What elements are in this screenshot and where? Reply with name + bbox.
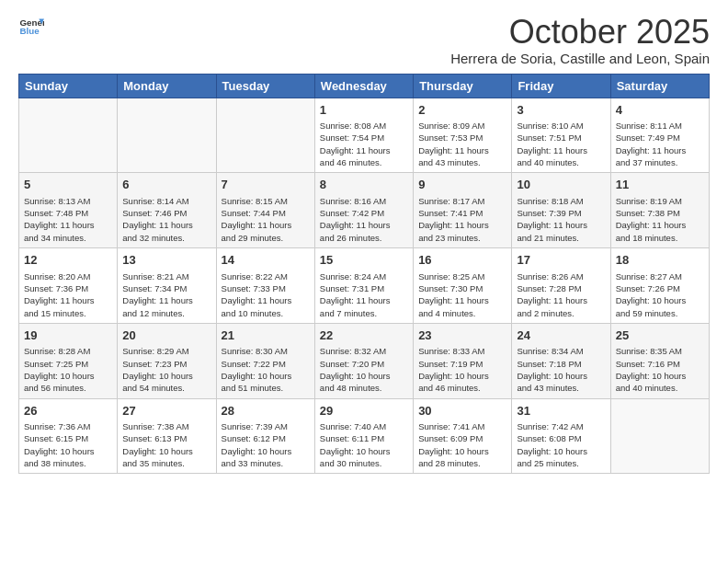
day-number: 30 <box>418 403 506 419</box>
day-info: Sunrise: 8:21 AM Sunset: 7:34 PM Dayligh… <box>122 270 210 319</box>
table-row: 27Sunrise: 7:38 AM Sunset: 6:13 PM Dayli… <box>118 398 216 474</box>
table-row: 2Sunrise: 8:09 AM Sunset: 7:53 PM Daylig… <box>414 98 512 173</box>
day-info: Sunrise: 8:28 AM Sunset: 7:25 PM Dayligh… <box>24 345 112 394</box>
table-row: 15Sunrise: 8:24 AM Sunset: 7:31 PM Dayli… <box>314 248 413 324</box>
day-info: Sunrise: 8:08 AM Sunset: 7:54 PM Dayligh… <box>320 120 408 168</box>
day-info: Sunrise: 8:19 AM Sunset: 7:38 PM Dayligh… <box>616 195 704 244</box>
col-tuesday: Tuesday <box>216 74 314 98</box>
day-number: 16 <box>418 252 506 269</box>
table-row: 18Sunrise: 8:27 AM Sunset: 7:26 PM Dayli… <box>610 248 709 324</box>
day-number: 11 <box>616 177 704 193</box>
col-wednesday: Wednesday <box>314 74 413 98</box>
table-row: 5Sunrise: 8:13 AM Sunset: 7:48 PM Daylig… <box>19 173 118 248</box>
col-thursday: Thursday <box>414 74 512 98</box>
day-info: Sunrise: 7:40 AM Sunset: 6:11 PM Dayligh… <box>320 420 408 469</box>
table-row: 16Sunrise: 8:25 AM Sunset: 7:30 PM Dayli… <box>414 248 512 324</box>
day-number: 2 <box>418 102 506 119</box>
logo: General Blue <box>18 14 44 40</box>
table-row: 14Sunrise: 8:22 AM Sunset: 7:33 PM Dayli… <box>216 248 314 324</box>
day-number: 14 <box>222 252 310 269</box>
table-row <box>216 98 314 173</box>
day-info: Sunrise: 8:22 AM Sunset: 7:33 PM Dayligh… <box>222 270 310 319</box>
day-info: Sunrise: 8:17 AM Sunset: 7:41 PM Dayligh… <box>418 195 506 244</box>
day-number: 1 <box>320 102 408 119</box>
table-row: 28Sunrise: 7:39 AM Sunset: 6:12 PM Dayli… <box>216 398 314 474</box>
day-info: Sunrise: 7:39 AM Sunset: 6:12 PM Dayligh… <box>222 420 310 469</box>
day-number: 5 <box>24 177 112 193</box>
table-row: 31Sunrise: 7:42 AM Sunset: 6:08 PM Dayli… <box>512 398 610 474</box>
day-info: Sunrise: 8:25 AM Sunset: 7:30 PM Dayligh… <box>418 270 506 319</box>
day-info: Sunrise: 7:36 AM Sunset: 6:15 PM Dayligh… <box>24 420 112 469</box>
table-row: 7Sunrise: 8:15 AM Sunset: 7:44 PM Daylig… <box>216 173 314 248</box>
table-row <box>118 98 216 173</box>
table-row: 22Sunrise: 8:32 AM Sunset: 7:20 PM Dayli… <box>314 323 413 398</box>
table-row: 26Sunrise: 7:36 AM Sunset: 6:15 PM Dayli… <box>19 398 118 474</box>
day-info: Sunrise: 8:18 AM Sunset: 7:39 PM Dayligh… <box>517 195 605 244</box>
day-number: 31 <box>517 403 605 419</box>
day-number: 3 <box>517 102 605 119</box>
day-info: Sunrise: 7:38 AM Sunset: 6:13 PM Dayligh… <box>122 420 210 469</box>
calendar-week-row: 1Sunrise: 8:08 AM Sunset: 7:54 PM Daylig… <box>19 98 710 173</box>
day-info: Sunrise: 8:14 AM Sunset: 7:46 PM Dayligh… <box>122 195 210 244</box>
col-friday: Friday <box>512 74 610 98</box>
table-row: 1Sunrise: 8:08 AM Sunset: 7:54 PM Daylig… <box>314 98 413 173</box>
table-row: 8Sunrise: 8:16 AM Sunset: 7:42 PM Daylig… <box>314 173 413 248</box>
day-number: 21 <box>222 327 310 344</box>
table-row: 23Sunrise: 8:33 AM Sunset: 7:19 PM Dayli… <box>414 323 512 398</box>
day-number: 18 <box>616 252 704 269</box>
day-number: 24 <box>517 327 605 344</box>
day-number: 6 <box>122 177 210 193</box>
calendar-week-row: 19Sunrise: 8:28 AM Sunset: 7:25 PM Dayli… <box>19 323 710 398</box>
day-number: 27 <box>122 403 210 419</box>
day-info: Sunrise: 8:35 AM Sunset: 7:16 PM Dayligh… <box>616 345 704 394</box>
table-row: 9Sunrise: 8:17 AM Sunset: 7:41 PM Daylig… <box>414 173 512 248</box>
col-monday: Monday <box>118 74 216 98</box>
day-number: 28 <box>222 403 310 419</box>
logo-icon: General Blue <box>18 14 44 40</box>
svg-text:Blue: Blue <box>19 26 40 36</box>
day-info: Sunrise: 8:30 AM Sunset: 7:22 PM Dayligh… <box>222 345 310 394</box>
day-info: Sunrise: 8:11 AM Sunset: 7:49 PM Dayligh… <box>616 120 704 168</box>
calendar-week-row: 5Sunrise: 8:13 AM Sunset: 7:48 PM Daylig… <box>19 173 710 248</box>
day-info: Sunrise: 8:10 AM Sunset: 7:51 PM Dayligh… <box>517 120 605 168</box>
table-row: 12Sunrise: 8:20 AM Sunset: 7:36 PM Dayli… <box>19 248 118 324</box>
month-title: October 2025 <box>450 14 710 51</box>
day-number: 13 <box>122 252 210 269</box>
table-row: 6Sunrise: 8:14 AM Sunset: 7:46 PM Daylig… <box>118 173 216 248</box>
table-row: 11Sunrise: 8:19 AM Sunset: 7:38 PM Dayli… <box>610 173 709 248</box>
calendar-header-row: Sunday Monday Tuesday Wednesday Thursday… <box>19 74 710 98</box>
table-row <box>610 398 709 474</box>
day-info: Sunrise: 7:42 AM Sunset: 6:08 PM Dayligh… <box>517 420 605 469</box>
day-info: Sunrise: 7:41 AM Sunset: 6:09 PM Dayligh… <box>418 420 506 469</box>
day-number: 29 <box>320 403 408 419</box>
day-number: 19 <box>24 327 112 344</box>
header: General Blue October 2025 Herrera de Sor… <box>18 14 710 66</box>
table-row: 13Sunrise: 8:21 AM Sunset: 7:34 PM Dayli… <box>118 248 216 324</box>
day-number: 20 <box>122 327 210 344</box>
calendar: Sunday Monday Tuesday Wednesday Thursday… <box>18 74 710 475</box>
table-row: 30Sunrise: 7:41 AM Sunset: 6:09 PM Dayli… <box>414 398 512 474</box>
day-number: 7 <box>222 177 310 193</box>
calendar-week-row: 26Sunrise: 7:36 AM Sunset: 6:15 PM Dayli… <box>19 398 710 474</box>
table-row: 17Sunrise: 8:26 AM Sunset: 7:28 PM Dayli… <box>512 248 610 324</box>
day-info: Sunrise: 8:24 AM Sunset: 7:31 PM Dayligh… <box>320 270 408 319</box>
day-info: Sunrise: 8:13 AM Sunset: 7:48 PM Dayligh… <box>24 195 112 244</box>
day-number: 12 <box>24 252 112 269</box>
table-row: 3Sunrise: 8:10 AM Sunset: 7:51 PM Daylig… <box>512 98 610 173</box>
day-info: Sunrise: 8:20 AM Sunset: 7:36 PM Dayligh… <box>24 270 112 319</box>
location-title: Herrera de Soria, Castille and Leon, Spa… <box>450 51 710 66</box>
day-number: 23 <box>418 327 506 344</box>
page: General Blue October 2025 Herrera de Sor… <box>0 0 728 563</box>
title-block: October 2025 Herrera de Soria, Castille … <box>450 14 710 66</box>
day-number: 10 <box>517 177 605 193</box>
table-row: 24Sunrise: 8:34 AM Sunset: 7:18 PM Dayli… <box>512 323 610 398</box>
day-number: 17 <box>517 252 605 269</box>
table-row: 20Sunrise: 8:29 AM Sunset: 7:23 PM Dayli… <box>118 323 216 398</box>
day-number: 22 <box>320 327 408 344</box>
table-row: 4Sunrise: 8:11 AM Sunset: 7:49 PM Daylig… <box>610 98 709 173</box>
day-number: 4 <box>616 102 704 119</box>
day-info: Sunrise: 8:09 AM Sunset: 7:53 PM Dayligh… <box>418 120 506 168</box>
table-row: 19Sunrise: 8:28 AM Sunset: 7:25 PM Dayli… <box>19 323 118 398</box>
day-info: Sunrise: 8:15 AM Sunset: 7:44 PM Dayligh… <box>222 195 310 244</box>
col-sunday: Sunday <box>19 74 118 98</box>
